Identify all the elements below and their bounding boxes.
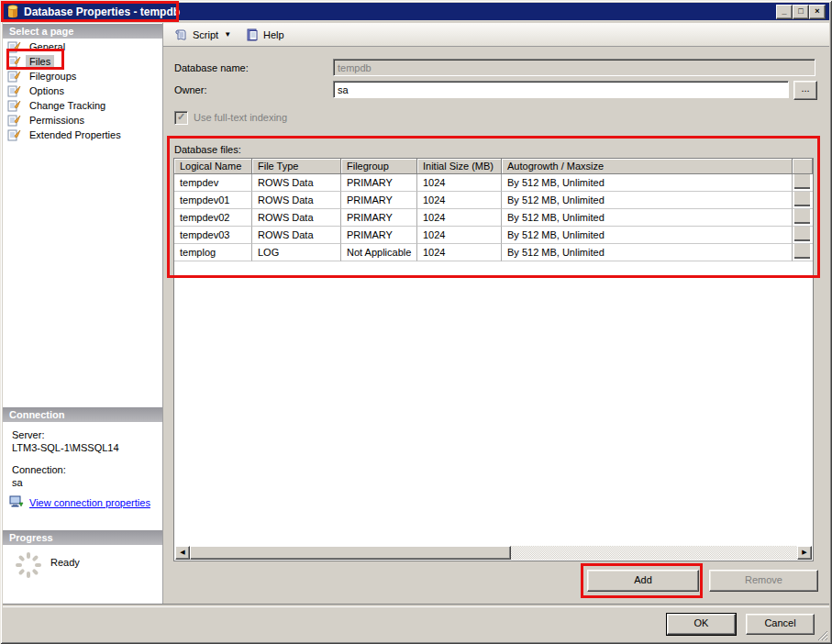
page-icon [7, 129, 21, 141]
sidebar-item-label: Change Tracking [26, 99, 109, 112]
grid-cell[interactable]: 1024 [417, 174, 502, 192]
ok-button[interactable]: OK [667, 614, 736, 635]
grid-cell[interactable]: By 512 MB, Unlimited [502, 192, 793, 209]
maximize-button[interactable]: □ [793, 5, 809, 19]
fulltext-checkbox: ✓ [174, 111, 188, 125]
grid-cell[interactable]: tempdev02 [174, 209, 252, 227]
scroll-right-icon: ▶ [802, 549, 806, 555]
column-header[interactable]: Initial Size (MB) [417, 159, 502, 174]
database-name-label: Database name: [174, 62, 249, 73]
column-header[interactable]: Autogrowth / Maxsize [502, 159, 793, 174]
sidebar-item-options[interactable]: Options [7, 83, 68, 98]
progress-header: Progress [3, 530, 162, 545]
horizontal-scrollbar[interactable]: ◀ ▶ [175, 546, 812, 560]
title-bar: Database Properties - tempdb _ □ × [3, 3, 829, 20]
sidebar-item-filegroups[interactable]: Filegroups [7, 69, 80, 83]
grid-cell[interactable]: tempdev01 [174, 192, 252, 209]
owner-field[interactable]: sa [333, 81, 789, 98]
scroll-left-button[interactable]: ◀ [175, 546, 190, 560]
close-icon: × [815, 6, 819, 16]
grid-cell[interactable]: ROWS Data [252, 192, 341, 209]
connection-header: Connection [3, 407, 162, 422]
page-icon [7, 56, 21, 68]
owner-browse-button[interactable]: ... [793, 81, 817, 100]
grid-row-edge [793, 174, 813, 192]
page-icon [7, 100, 21, 112]
grid-cell[interactable]: 1024 [417, 209, 502, 227]
checkmark-icon: ✓ [177, 111, 185, 122]
column-header[interactable]: Logical Name [174, 159, 252, 174]
view-connection-properties[interactable]: View connection properties [9, 495, 150, 509]
page-icon [7, 85, 21, 97]
grid-cell[interactable]: ROWS Data [252, 174, 341, 192]
column-header[interactable]: File Type [252, 159, 341, 174]
grid-cell[interactable]: PRIMARY [341, 209, 417, 227]
progress-status: Ready [50, 557, 80, 568]
page-icon [7, 115, 21, 127]
database-icon [6, 5, 19, 18]
grid-cell[interactable]: 1024 [417, 244, 502, 261]
page-icon [7, 41, 21, 53]
script-dropdown-icon[interactable]: ▼ [224, 30, 231, 39]
grid-cell[interactable]: PRIMARY [341, 174, 417, 192]
cancel-button[interactable]: Cancel [746, 614, 815, 635]
sidebar-item-label: Filegroups [26, 70, 80, 83]
grid-cell[interactable]: templog [174, 244, 252, 261]
scrollbar-thumb[interactable] [190, 546, 511, 560]
grid-cell[interactable]: LOG [252, 244, 341, 261]
server-value: LTM3-SQL-1\MSSQL14 [12, 442, 119, 453]
grid-cell[interactable]: PRIMARY [341, 227, 417, 244]
grid-row-edge [793, 209, 813, 227]
help-label: Help [263, 29, 284, 40]
add-button[interactable]: Add [587, 570, 699, 592]
grid-row-edge [793, 192, 813, 209]
grid-cell[interactable]: By 512 MB, Unlimited [502, 244, 793, 261]
view-connection-properties-link[interactable]: View connection properties [29, 497, 150, 508]
grid-cell[interactable]: By 512 MB, Unlimited [502, 227, 793, 244]
grid-cell[interactable]: PRIMARY [341, 192, 417, 209]
sidebar-item-change-tracking[interactable]: Change Tracking [7, 98, 109, 113]
close-button[interactable]: × [809, 5, 826, 19]
column-header[interactable]: Filegroup [341, 159, 417, 174]
sidebar-item-label: Extended Properties [26, 128, 125, 141]
select-a-page-header: Select a page [3, 24, 162, 39]
grid-cell[interactable]: ROWS Data [252, 209, 341, 227]
sidebar-item-label: Files [26, 55, 54, 68]
sidebar-item-label: Permissions [26, 114, 88, 127]
grid-cell[interactable]: tempdev03 [174, 227, 252, 244]
minimize-icon: _ [782, 6, 786, 16]
help-button[interactable]: Help [242, 27, 288, 43]
server-label: Server: [12, 429, 44, 440]
page-icon [7, 71, 21, 83]
sidebar-item-label: Options [26, 84, 68, 97]
sidebar-item-files[interactable]: Files [7, 54, 54, 69]
script-button[interactable]: Script ▼ [171, 27, 235, 43]
connection-properties-icon [9, 495, 24, 509]
grid-row-edge [793, 227, 813, 244]
grid-cell[interactable]: 1024 [417, 192, 502, 209]
grid-cell[interactable]: By 512 MB, Unlimited [502, 174, 793, 192]
grid-cell[interactable]: 1024 [417, 227, 502, 244]
grid-cell[interactable]: Not Applicable [341, 244, 417, 261]
grid-cell[interactable]: By 512 MB, Unlimited [502, 209, 793, 227]
scroll-right-button[interactable]: ▶ [797, 546, 812, 560]
script-label: Script [193, 29, 218, 40]
bottom-divider [3, 604, 829, 607]
script-icon [174, 28, 189, 41]
grid-cell[interactable]: tempdev [174, 174, 252, 192]
minimize-button[interactable]: _ [776, 5, 793, 19]
grid-cell[interactable]: ROWS Data [252, 227, 341, 244]
connection-value: sa [12, 477, 23, 488]
sidebar-item-extended-properties[interactable]: Extended Properties [7, 128, 125, 142]
remove-button: Remove [709, 570, 818, 592]
left-panel: Select a page General Files Filegroups O… [3, 23, 163, 604]
fulltext-checkbox-label: Use full-text indexing [194, 112, 287, 123]
sidebar-item-general[interactable]: General [7, 39, 69, 54]
database-files-grid: Logical Name File Type Filegroup Initial… [173, 158, 814, 561]
database-properties-dialog: Database Properties - tempdb _ □ × Selec… [0, 0, 832, 644]
resize-grip-icon[interactable] [815, 628, 827, 640]
sidebar-item-permissions[interactable]: Permissions [7, 113, 88, 128]
toolbar: Script ▼ Help [163, 23, 829, 47]
maximize-icon: □ [798, 6, 803, 16]
connection-label: Connection: [12, 464, 66, 475]
